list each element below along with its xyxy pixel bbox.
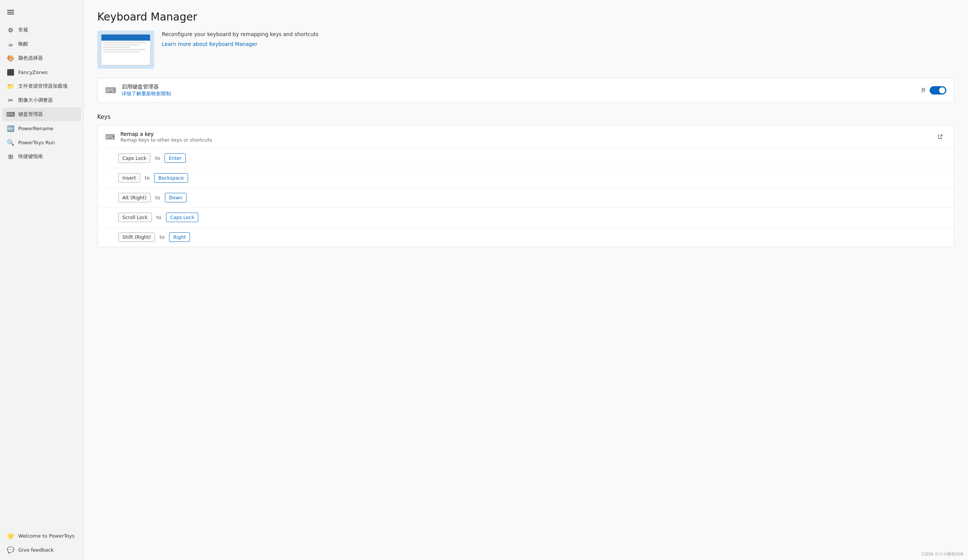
nav-label-welcome: Welcome to PowerToys xyxy=(18,533,75,539)
nav-icon-feedback: 💬 xyxy=(7,546,15,553)
key-mapping-row-0: Caps Lock to Enter xyxy=(98,148,954,168)
nav-label-awake: 唤醒 xyxy=(18,41,28,48)
sidebar-bottom: 🌟 Welcome to PowerToys 💬 Give feedback xyxy=(0,529,83,560)
remap-key-icon: ⌨️ xyxy=(105,133,115,141)
nav-label-fancyzones: FancyZones xyxy=(18,69,48,75)
remap-key-card: ⌨️ Remap a key Remap keys to other keys … xyxy=(97,125,954,247)
nav-icon-power-rename: 🔤 xyxy=(7,124,15,132)
key-mapping-row-1: Insert to Backspace xyxy=(98,168,954,188)
key-mapping-row-4: Shift (Right) to Right xyxy=(98,227,954,247)
nav-icon-fancyzones: ⬛ xyxy=(7,68,15,76)
to-label-4: to xyxy=(159,234,164,240)
sidebar-item-color-picker[interactable]: 🎨 颜色选择器 xyxy=(2,51,81,65)
nav-label-feedback: Give feedback xyxy=(18,547,53,553)
nav-icon-powertoys-run: 🔍 xyxy=(7,139,15,146)
to-label-3: to xyxy=(156,215,161,220)
nav-label-file-explorer: 文件资源管理器加载项 xyxy=(18,83,68,89)
nav-items: ⚙️ 常规 ☕ 唤醒 🎨 颜色选择器 ⬛ FancyZones 📁 文件资源管理… xyxy=(0,23,83,164)
sidebar-item-keyboard-manager[interactable]: ⌨️ 键盘管理器 xyxy=(2,107,81,121)
enable-icon: ⌨️ xyxy=(105,86,116,95)
nav-icon-file-explorer: 📁 xyxy=(7,83,15,90)
nav-icon-welcome: 🌟 xyxy=(7,532,15,540)
key-from-3: Scroll Lock xyxy=(118,213,152,222)
sidebar-item-general[interactable]: ⚙️ 常规 xyxy=(2,23,81,37)
page-title: Keyboard Manager xyxy=(97,11,954,23)
key-from-0: Caps Lock xyxy=(118,154,151,163)
remap-key-open-button[interactable] xyxy=(934,131,946,143)
enable-toggle[interactable] xyxy=(930,86,946,94)
remap-key-title: Remap a key xyxy=(121,131,212,137)
to-label-2: to xyxy=(156,195,160,200)
sidebar-item-power-rename[interactable]: 🔤 PowerRename xyxy=(2,122,81,135)
sidebar-bottom-item-feedback[interactable]: 💬 Give feedback xyxy=(2,543,81,557)
key-to-4: Right xyxy=(169,232,190,242)
enable-title: 启用键盘管理器 xyxy=(121,84,171,90)
key-from-2: Alt (Right) xyxy=(118,193,151,202)
remap-key-desc: Remap keys to other keys or shortcuts xyxy=(121,137,212,143)
key-mapping-row-3: Scroll Lock to Caps Lock xyxy=(98,207,954,227)
nav-label-image-resizer: 图像大小调整器 xyxy=(18,97,53,104)
sidebar-item-shortcut-guide[interactable]: ⊞ 快捷键指南 xyxy=(2,150,81,163)
nav-icon-image-resizer: ✂️ xyxy=(7,96,15,104)
remap-key-header: ⌨️ Remap a key Remap keys to other keys … xyxy=(98,125,954,148)
hamburger-icon xyxy=(7,9,14,16)
hero-description: Reconfigure your keyboard by remapping k… xyxy=(162,31,318,38)
nav-icon-shortcut-guide: ⊞ xyxy=(7,153,15,160)
key-from-1: Insert xyxy=(118,173,140,183)
nav-icon-color-picker: 🎨 xyxy=(7,54,15,62)
watermark: CSDN ©小小脚色008 xyxy=(921,551,963,557)
sidebar-item-powertoys-run[interactable]: 🔍 PowerToys Run xyxy=(2,135,81,149)
hamburger-button[interactable] xyxy=(3,5,18,20)
toggle-right: 开 xyxy=(921,86,946,94)
hero-image xyxy=(97,31,154,69)
nav-label-color-picker: 颜色选择器 xyxy=(18,55,43,61)
enable-section: ⌨️ 启用键盘管理器 详细了解重新映射限制 开 xyxy=(97,78,954,103)
enable-text: 启用键盘管理器 详细了解重新映射限制 xyxy=(121,84,171,97)
toggle-label: 开 xyxy=(921,87,926,94)
key-to-1: Backspace xyxy=(154,173,188,183)
nav-label-general: 常规 xyxy=(18,26,28,33)
remap-key-text: Remap a key Remap keys to other keys or … xyxy=(121,131,212,143)
nav-icon-keyboard-manager: ⌨️ xyxy=(7,111,15,118)
key-to-0: Enter xyxy=(164,154,186,163)
remap-limit-link[interactable]: 详细了解重新映射限制 xyxy=(121,91,171,96)
nav-label-powertoys-run: PowerToys Run xyxy=(18,140,55,145)
sidebar-bottom-item-welcome[interactable]: 🌟 Welcome to PowerToys xyxy=(2,529,81,542)
key-mappings-list: Caps Lock to Enter Insert to Backspace A… xyxy=(98,148,954,247)
hero-section: Reconfigure your keyboard by remapping k… xyxy=(97,31,954,69)
to-label-0: to xyxy=(155,155,160,161)
sidebar-item-image-resizer[interactable]: ✂️ 图像大小调整器 xyxy=(2,93,81,107)
sidebar-item-fancyzones[interactable]: ⬛ FancyZones xyxy=(2,65,81,79)
nav-label-keyboard-manager: 键盘管理器 xyxy=(18,111,43,118)
keys-section-header: Keys xyxy=(97,114,954,121)
nav-icon-general: ⚙️ xyxy=(7,26,15,34)
nav-label-shortcut-guide: 快捷键指南 xyxy=(18,153,43,160)
to-label-1: to xyxy=(145,175,150,181)
nav-icon-awake: ☕ xyxy=(7,40,15,48)
sidebar: ⚙️ 常规 ☕ 唤醒 🎨 颜色选择器 ⬛ FancyZones 📁 文件资源管理… xyxy=(0,0,84,560)
sidebar-item-file-explorer[interactable]: 📁 文件资源管理器加载项 xyxy=(2,79,81,93)
sidebar-item-awake[interactable]: ☕ 唤醒 xyxy=(2,37,81,51)
main-content: Keyboard Manager Reconfigure your keyboa… xyxy=(84,0,968,560)
learn-more-link[interactable]: Learn more about Keyboard Manager xyxy=(162,41,257,47)
hero-text: Reconfigure your keyboard by remapping k… xyxy=(162,31,318,47)
nav-label-power-rename: PowerRename xyxy=(18,126,53,131)
key-to-3: Caps Lock xyxy=(166,213,198,222)
bottom-nav-items: 🌟 Welcome to PowerToys 💬 Give feedback xyxy=(0,529,83,557)
key-from-4: Shift (Right) xyxy=(118,232,155,242)
key-mapping-row-2: Alt (Right) to Down xyxy=(98,188,954,207)
key-to-2: Down xyxy=(165,193,187,202)
